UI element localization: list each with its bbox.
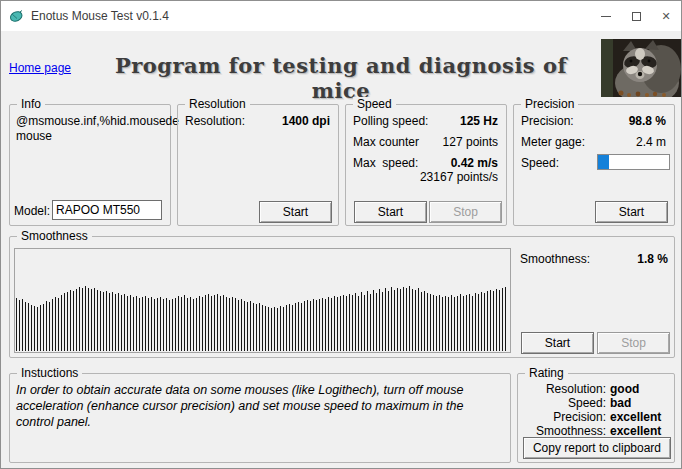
device-info-text: @msmouse.inf,%hid.mousede mouse — [16, 114, 168, 144]
maximize-icon — [632, 12, 641, 21]
precision-speed-progress-fill — [598, 155, 609, 169]
points-per-second-value: 23167 points/s — [420, 170, 498, 184]
precision-group-label: Precision — [521, 97, 578, 111]
smoothness-stop-button[interactable]: Stop — [597, 332, 670, 354]
smoothness-value: 1.8 % — [637, 252, 668, 266]
resolution-group-label: Resolution — [185, 97, 250, 111]
polling-speed-label: Polling speed: — [353, 114, 428, 128]
rating-precision-value: excellent — [610, 410, 661, 424]
smoothness-group-label: Smoothness — [17, 229, 92, 243]
resolution-label: Resolution: — [185, 114, 245, 128]
speed-group-label: Speed — [353, 97, 396, 111]
info-group-label: Info — [17, 97, 45, 111]
max-speed-label: Max speed: — [353, 156, 418, 170]
instructions-group: Instuctions In order to obtain accurate … — [9, 373, 511, 463]
info-group: Info @msmouse.inf,%hid.mousede mouse Mod… — [9, 104, 171, 226]
smoothness-histogram — [14, 248, 511, 353]
smoothness-group: Smoothness Smoothness: 1.8 % Start Stop — [9, 236, 675, 358]
precision-start-button[interactable]: Start — [595, 201, 668, 223]
model-input[interactable] — [52, 200, 162, 220]
histogram-bars — [16, 250, 508, 351]
page-title: Program for testing and diagnosis of mic… — [96, 53, 586, 103]
rating-rows: Resolution: good Speed: bad Precision: e… — [522, 382, 670, 438]
speed-start-button[interactable]: Start — [354, 201, 427, 223]
close-button[interactable]: ✕ — [651, 1, 681, 31]
copy-report-button[interactable]: Copy report to clipboard — [523, 437, 671, 459]
minimize-icon — [601, 16, 611, 17]
title-bar[interactable]: Enotus Mouse Test v0.1.4 ✕ — [1, 1, 681, 31]
rating-row-speed: Speed: bad — [522, 396, 670, 410]
precision-label: Precision: — [521, 114, 574, 128]
rating-speed-label: Speed: — [522, 396, 606, 410]
raccoon-photo — [601, 39, 682, 97]
polling-speed-value: 125 Hz — [460, 114, 498, 128]
close-icon: ✕ — [661, 11, 670, 22]
max-speed-value: 0.42 m/s — [451, 156, 498, 170]
rating-row-resolution: Resolution: good — [522, 382, 670, 396]
max-counter-label: Max counter — [353, 135, 419, 149]
resolution-value: 1400 dpi — [282, 114, 330, 128]
meter-gage-label: Meter gage: — [521, 135, 585, 149]
model-label: Model: — [14, 204, 50, 218]
rating-smoothness-label: Smoothness: — [522, 424, 606, 438]
meter-gage-value: 2.4 m — [636, 135, 666, 149]
rating-smoothness-value: excellent — [610, 424, 661, 438]
max-counter-value: 127 points — [443, 135, 498, 149]
precision-value: 98.8 % — [629, 114, 666, 128]
resolution-group: Resolution Resolution: 1400 dpi Start — [177, 104, 339, 226]
rating-group: Rating Resolution: good Speed: bad Preci… — [517, 373, 675, 463]
rating-row-smoothness: Smoothness: excellent — [522, 424, 670, 438]
instructions-text: In order to obtain accurate data on some… — [16, 382, 502, 430]
app-mouse-icon — [9, 9, 23, 23]
window-title: Enotus Mouse Test v0.1.4 — [31, 9, 169, 23]
speed-stop-button[interactable]: Stop — [429, 201, 502, 223]
instructions-group-label: Instuctions — [17, 366, 82, 380]
rating-resolution-label: Resolution: — [522, 382, 606, 396]
rating-resolution-value: good — [610, 382, 639, 396]
precision-speed-label: Speed: — [521, 156, 559, 170]
app-window: Enotus Mouse Test v0.1.4 ✕ Home page Pro… — [0, 0, 682, 469]
rating-speed-value: bad — [610, 396, 631, 410]
precision-speed-progressbar — [597, 154, 670, 170]
maximize-button[interactable] — [621, 1, 651, 31]
smoothness-start-button[interactable]: Start — [521, 332, 594, 354]
precision-group: Precision Precision: 98.8 % Meter gage: … — [513, 104, 675, 226]
resolution-start-button[interactable]: Start — [259, 201, 332, 223]
rating-group-label: Rating — [525, 366, 568, 380]
minimize-button[interactable] — [591, 1, 621, 31]
smoothness-label: Smoothness: — [520, 252, 590, 266]
speed-group: Speed Polling speed: 125 Hz Max counter … — [345, 104, 507, 226]
home-page-link[interactable]: Home page — [9, 61, 71, 75]
rating-row-precision: Precision: excellent — [522, 410, 670, 424]
rating-precision-label: Precision: — [522, 410, 606, 424]
